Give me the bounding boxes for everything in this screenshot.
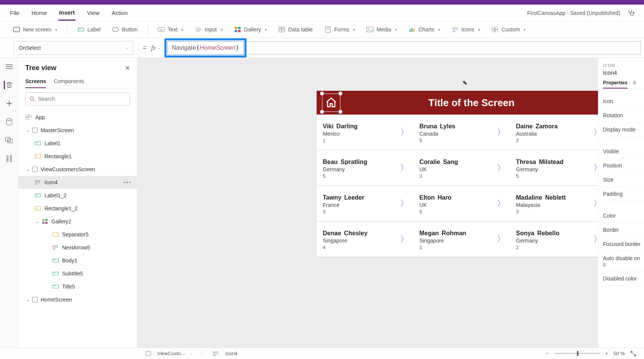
- gallery-item[interactable]: Coralie SangUK3〉: [413, 150, 510, 186]
- fx-icon[interactable]: fx: [151, 44, 156, 51]
- menu-insert[interactable]: Insert: [58, 5, 76, 21]
- chevron-right-icon[interactable]: 〉: [593, 233, 598, 245]
- tab-components[interactable]: Components: [54, 75, 84, 88]
- close-icon[interactable]: ✕: [125, 64, 130, 72]
- gallery-item[interactable]: Tawny LeederFrance3〉: [317, 186, 413, 221]
- tree-subtitle5[interactable]: Subtitle5: [18, 267, 137, 280]
- chevron-down-icon[interactable]: ⌄: [25, 297, 31, 302]
- chevron-right-icon[interactable]: 〉: [400, 126, 409, 138]
- tree-rectangle1[interactable]: Rectangle1: [18, 150, 137, 163]
- tree-separator5[interactable]: Separator5: [18, 228, 137, 241]
- chevron-right-icon[interactable]: 〉: [593, 198, 598, 209]
- gallery-item[interactable]: Daine ZamoraAustralia2〉: [510, 115, 598, 150]
- data-icon[interactable]: [5, 118, 13, 126]
- fit-icon[interactable]: [630, 351, 636, 357]
- tree-icon4[interactable]: Icon4•••: [18, 176, 137, 189]
- chevron-down-icon[interactable]: ⌄: [25, 167, 31, 172]
- data-table-button[interactable]: Data table: [274, 25, 317, 34]
- tree-gallery2[interactable]: ⌄Gallery2: [18, 215, 137, 228]
- gallery-item[interactable]: Viki DarlingMexico1〉: [317, 115, 413, 150]
- tree-label1[interactable]: Label1: [18, 137, 137, 150]
- property-dropdown[interactable]: OnSelect ⌄: [14, 41, 133, 55]
- tree-body1[interactable]: Body1: [18, 254, 137, 267]
- prop-field[interactable]: Padding: [603, 187, 644, 201]
- label-button[interactable]: Label: [74, 25, 104, 34]
- more-icon[interactable]: •••: [123, 179, 131, 185]
- prop-field[interactable]: Disabled color: [603, 272, 644, 286]
- tree-nextarrow5[interactable]: NextArrow5: [18, 241, 137, 254]
- prop-field[interactable]: Visible: [603, 144, 644, 159]
- formula-input-rest[interactable]: [246, 41, 641, 54]
- media-panel-icon[interactable]: [5, 136, 13, 144]
- prop-field[interactable]: Focused border: [603, 237, 644, 251]
- custom-button[interactable]: Custom▾: [488, 25, 529, 34]
- search-input[interactable]: [38, 96, 126, 102]
- prop-field[interactable]: Display mode: [603, 123, 644, 137]
- prop-field[interactable]: Auto disable on s: [603, 251, 644, 272]
- chevron-right-icon[interactable]: 〉: [497, 126, 505, 138]
- app-checker-icon[interactable]: [627, 9, 635, 17]
- chevron-down-icon[interactable]: ⌄: [34, 219, 40, 224]
- prop-field[interactable]: Icon: [603, 94, 644, 108]
- hamburger-icon[interactable]: [5, 62, 13, 71]
- tab-screens[interactable]: Screens: [25, 75, 46, 88]
- gallery-item[interactable]: Bruna LylesCanada5〉: [413, 115, 510, 150]
- chevron-right-icon[interactable]: 〉: [497, 162, 505, 174]
- tab-properties[interactable]: Properties: [603, 80, 628, 89]
- chevron-down-icon[interactable]: ⌄: [25, 128, 31, 133]
- tree-master-screen[interactable]: ⌄MasterScreen: [18, 124, 137, 137]
- gallery-item[interactable]: Denae ChesleySingapore4〉: [317, 221, 413, 257]
- button-button[interactable]: Button: [108, 25, 141, 34]
- tools-icon[interactable]: [5, 154, 13, 163]
- breadcrumb-screen[interactable]: ViewCusto... ⌄: [146, 351, 192, 356]
- forms-button[interactable]: Forms▾: [320, 25, 359, 34]
- zoom-slider[interactable]: [554, 353, 600, 354]
- prop-field[interactable]: Color: [603, 209, 644, 223]
- chevron-right-icon[interactable]: 〉: [497, 233, 505, 245]
- charts-button[interactable]: Charts▾: [405, 25, 444, 34]
- new-screen-button[interactable]: New screen▾: [9, 25, 61, 34]
- tab-advanced[interactable]: A: [633, 80, 636, 89]
- zoom-in-button[interactable]: +: [605, 351, 608, 356]
- gallery-item[interactable]: Thresa MilsteadGermany5〉: [510, 150, 598, 186]
- prop-field[interactable]: Position: [603, 159, 644, 173]
- gallery-item[interactable]: Madaline NeblettMalayasia3〉: [510, 186, 598, 221]
- tree-label1-2[interactable]: Label1_2: [18, 189, 137, 202]
- chevron-right-icon[interactable]: 〉: [400, 198, 409, 209]
- app-preview[interactable]: Title of the Screen Viki DarlingMexico1〉…: [317, 91, 598, 257]
- add-icon[interactable]: [5, 99, 13, 108]
- gallery-item[interactable]: Megan RohmanSingapore1〉: [413, 221, 510, 257]
- caret-down-icon[interactable]: ⌄: [157, 45, 161, 50]
- gallery-item[interactable]: Sonya RebelloGermany2〉: [510, 221, 598, 257]
- chevron-right-icon[interactable]: 〉: [593, 126, 598, 138]
- tree-search[interactable]: [25, 92, 130, 105]
- media-button[interactable]: Media▾: [363, 25, 401, 34]
- tree-view-icon[interactable]: [4, 81, 12, 89]
- tree-view-customers-screen[interactable]: ⌄ViewCustomersScreen: [18, 163, 137, 176]
- formula-input[interactable]: Navigate(HomeScreen): [168, 41, 243, 54]
- tree-rectangle1-2[interactable]: Rectangle1_2: [18, 202, 137, 215]
- chevron-right-icon[interactable]: 〉: [497, 198, 505, 209]
- zoom-out-button[interactable]: −: [545, 351, 549, 356]
- menu-action[interactable]: Action: [111, 6, 128, 20]
- gallery-item[interactable]: Elton HaroUK5〉: [413, 186, 510, 221]
- prop-field[interactable]: Rotation: [603, 108, 644, 123]
- text-button[interactable]: ab Text▾: [154, 25, 187, 34]
- input-button[interactable]: Input▾: [191, 25, 226, 34]
- breadcrumb-control[interactable]: Icon4: [212, 351, 238, 357]
- tree-title5[interactable]: Title5: [18, 280, 137, 293]
- prop-field[interactable]: Size: [603, 173, 644, 187]
- canvas-area[interactable]: ⬉ Title of the Screen Viki DarlingMexico…: [137, 58, 598, 348]
- gallery[interactable]: Viki DarlingMexico1〉Bruna LylesCanada5〉D…: [317, 115, 598, 257]
- chevron-right-icon[interactable]: 〉: [400, 162, 409, 174]
- gallery-item[interactable]: Beau SpratlingGermany5〉: [317, 150, 413, 186]
- home-icon-selected[interactable]: [321, 93, 341, 113]
- tree-home-screen[interactable]: ⌄HomeScreen: [18, 293, 137, 306]
- gallery-button[interactable]: Gallery▾: [230, 25, 271, 34]
- menu-home[interactable]: Home: [31, 6, 48, 20]
- menu-file[interactable]: File: [9, 6, 20, 20]
- menu-view[interactable]: View: [86, 6, 100, 20]
- prop-field[interactable]: Border: [603, 223, 644, 237]
- tree-app[interactable]: App: [18, 111, 137, 124]
- chevron-right-icon[interactable]: 〉: [593, 162, 598, 174]
